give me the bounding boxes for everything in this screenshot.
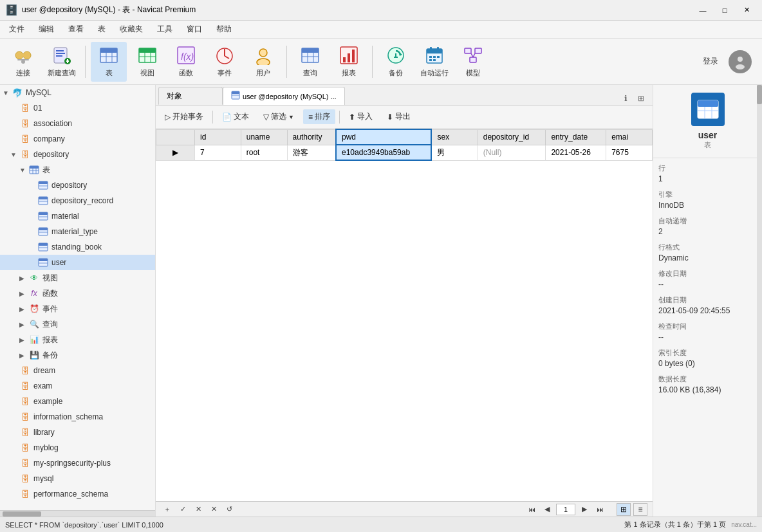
cell-id[interactable]: 7 bbox=[195, 145, 241, 160]
delete-btn[interactable]: ✕ bbox=[207, 504, 220, 515]
last-page-btn[interactable]: ⏭ bbox=[593, 504, 606, 515]
sidebar-item-company[interactable]: 🗄 company bbox=[0, 131, 155, 147]
data-table-wrapper[interactable]: id uname authority pwd sex depository_id… bbox=[156, 129, 653, 501]
sidebar-item-mysql[interactable]: ▼ 🐬 MySQL bbox=[0, 85, 155, 100]
tab-objects[interactable]: 对象 bbox=[158, 87, 223, 105]
col-entry-date[interactable]: entry_date bbox=[546, 129, 606, 145]
toolbar-backup[interactable]: 备份 bbox=[378, 42, 414, 82]
close-button[interactable]: ✕ bbox=[736, 4, 757, 17]
cell-pwd[interactable]: e10adc3949ba59ab bbox=[336, 145, 431, 160]
sidebar-item-myblog[interactable]: 🗄 myblog bbox=[0, 440, 155, 455]
menu-file[interactable]: 文件 bbox=[3, 21, 31, 37]
sidebar-item-backup-group[interactable]: ▶ 💾 备份 bbox=[0, 347, 155, 363]
grid-view-btn[interactable]: ⊞ bbox=[617, 503, 631, 516]
refresh-btn[interactable]: ↺ bbox=[223, 504, 236, 515]
form-view-btn[interactable]: ≡ bbox=[633, 503, 647, 516]
first-page-btn[interactable]: ⏮ bbox=[525, 504, 538, 515]
sidebar-item-t-material-type[interactable]: material_type bbox=[0, 224, 155, 239]
sidebar-item-springsecurity[interactable]: 🗄 my-springsecurity-plus bbox=[0, 455, 155, 471]
col-id[interactable]: id bbox=[195, 129, 241, 145]
apply-btn[interactable]: ✓ bbox=[176, 504, 189, 515]
cell-emai[interactable]: 7675 bbox=[606, 145, 653, 160]
prop-created-date-value: 2021-05-09 20:45:55 bbox=[658, 306, 757, 315]
sidebar-item-t-material[interactable]: material bbox=[0, 208, 155, 224]
col-sex[interactable]: sex bbox=[431, 129, 478, 145]
table-row[interactable]: ▶ 7 root 游客 e10adc3949ba59ab 男 (Null) 20… bbox=[156, 145, 653, 160]
sidebar-item-library[interactable]: 🗄 library bbox=[0, 425, 155, 440]
menu-view[interactable]: 查看 bbox=[62, 21, 90, 37]
tab-info-btn[interactable]: ℹ bbox=[619, 92, 632, 105]
sidebar-item-01[interactable]: 🗄 01 bbox=[0, 100, 155, 116]
prev-page-btn[interactable]: ◀ bbox=[541, 504, 553, 515]
col-emai[interactable]: emai bbox=[606, 129, 653, 145]
begin-transaction-btn[interactable]: ▷ 开始事务 bbox=[160, 109, 209, 124]
sidebar-item-t-depository-record[interactable]: depository_record bbox=[0, 193, 155, 208]
tab-grid-btn[interactable]: ⊞ bbox=[635, 92, 647, 105]
minimize-button[interactable]: — bbox=[692, 4, 713, 17]
toolbar-schedule[interactable]: 自动运行 bbox=[416, 42, 452, 82]
sidebar-item-information-schema[interactable]: 🗄 information_schema bbox=[0, 409, 155, 425]
col-pwd[interactable]: pwd bbox=[336, 129, 431, 145]
sidebar-item-views-group[interactable]: ▶ 👁 视图 bbox=[0, 270, 155, 286]
toolbar-table[interactable]: 表 bbox=[91, 42, 127, 82]
right-panel-scrollbar[interactable] bbox=[757, 85, 762, 517]
toolbar-connect[interactable]: 连接 bbox=[5, 42, 41, 82]
toolbar-user[interactable]: 用户 bbox=[245, 42, 281, 82]
cell-entry-date[interactable]: 2021-05-26 bbox=[546, 145, 606, 160]
col-depository-id[interactable]: depository_id bbox=[478, 129, 546, 145]
sidebar-item-funcs-group[interactable]: ▶ fx 函数 bbox=[0, 286, 155, 301]
funcs-group-icon: fx bbox=[28, 288, 40, 299]
toolbar-function[interactable]: f(x) 函数 bbox=[168, 42, 204, 82]
cell-depository-id[interactable]: (Null) bbox=[478, 145, 546, 160]
sidebar-item-dream[interactable]: 🗄 dream bbox=[0, 363, 155, 378]
sidebar-item-label: 01 bbox=[33, 104, 42, 113]
filter-btn[interactable]: ▽ 筛选 ▼ bbox=[258, 109, 299, 124]
menu-favorites[interactable]: 收藏夹 bbox=[113, 21, 149, 37]
sidebar-item-tables-group[interactable]: ▼ 表 bbox=[0, 162, 155, 178]
add-record-btn[interactable]: + bbox=[161, 504, 174, 515]
page-input[interactable] bbox=[556, 504, 575, 515]
cell-uname[interactable]: root bbox=[241, 145, 287, 160]
menu-window[interactable]: 窗口 bbox=[180, 21, 209, 37]
sidebar-item-performance-schema[interactable]: 🗄 performance_schema bbox=[0, 486, 155, 502]
events-group-icon: ⏰ bbox=[28, 303, 40, 315]
next-page-btn[interactable]: ▶ bbox=[578, 504, 591, 515]
db-icon-mysql-db: 🗄 bbox=[19, 473, 31, 484]
tab-user-table[interactable]: user @depository (MySQL) ... bbox=[223, 87, 345, 105]
menu-help[interactable]: 帮助 bbox=[210, 21, 238, 37]
toolbar-newquery[interactable]: 新建查询 bbox=[44, 42, 80, 82]
sidebar-item-example[interactable]: 🗄 example bbox=[0, 394, 155, 409]
sidebar-item-t-user[interactable]: user bbox=[0, 255, 155, 270]
menu-tools[interactable]: 工具 bbox=[151, 21, 179, 37]
sidebar-item-t-standing-book[interactable]: standing_book bbox=[0, 239, 155, 255]
export-btn[interactable]: ⬇ 导出 bbox=[382, 109, 416, 124]
import-btn[interactable]: ⬆ 导入 bbox=[344, 109, 378, 124]
sidebar-item-exam[interactable]: 🗄 exam bbox=[0, 378, 155, 394]
toolbar-report[interactable]: 报表 bbox=[331, 42, 367, 82]
toolbar-query[interactable]: 查询 bbox=[292, 42, 328, 82]
sort-btn[interactable]: ≡ 排序 bbox=[303, 109, 335, 124]
sidebar-item-mysql-db[interactable]: 🗄 mysql bbox=[0, 471, 155, 486]
sidebar-hscroll[interactable] bbox=[0, 510, 155, 517]
cell-authority[interactable]: 游客 bbox=[287, 145, 336, 160]
svg-rect-87 bbox=[698, 100, 718, 107]
menu-table[interactable]: 表 bbox=[91, 21, 112, 37]
menu-edit[interactable]: 编辑 bbox=[32, 21, 60, 37]
sidebar-item-association[interactable]: 🗄 association bbox=[0, 116, 155, 131]
sidebar-item-queries-group[interactable]: ▶ 🔍 查询 bbox=[0, 316, 155, 332]
login-button[interactable]: 登录 bbox=[698, 53, 723, 69]
sidebar-item-events-group[interactable]: ▶ ⏰ 事件 bbox=[0, 301, 155, 316]
toolbar-event[interactable]: 事件 bbox=[207, 42, 243, 82]
toolbar-view[interactable]: 视图 bbox=[129, 42, 165, 82]
sidebar-item-t-depository[interactable]: depository bbox=[0, 178, 155, 193]
cell-sex[interactable]: 男 bbox=[431, 145, 478, 160]
sidebar-item-depository[interactable]: ▼ 🗄 depository bbox=[0, 147, 155, 162]
col-uname[interactable]: uname bbox=[241, 129, 287, 145]
toolbar-model[interactable]: 模型 bbox=[455, 42, 491, 82]
discard-btn[interactable]: ✕ bbox=[192, 504, 205, 515]
text-btn[interactable]: 📄 文本 bbox=[217, 109, 254, 124]
maximize-button[interactable]: □ bbox=[714, 4, 735, 17]
col-authority[interactable]: authority bbox=[287, 129, 336, 145]
sidebar-item-reports-group[interactable]: ▶ 📊 报表 bbox=[0, 332, 155, 347]
sidebar-scroll[interactable]: ▼ 🐬 MySQL 🗄 01 🗄 association 🗄 bbox=[0, 85, 155, 510]
